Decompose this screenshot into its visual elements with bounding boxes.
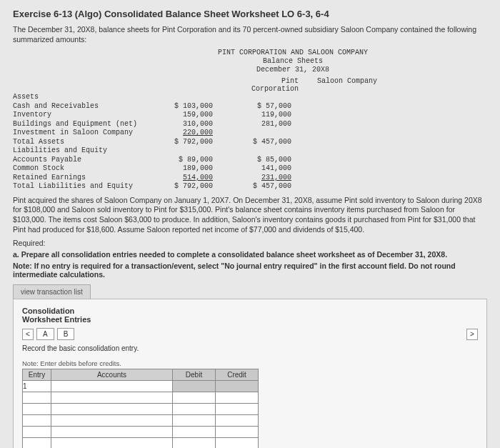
table-row [23, 415, 259, 427]
table-row [23, 427, 259, 438]
worksheet-panel: Consolidation Worksheet Entries < A B > … [13, 299, 487, 448]
col-debit: Debit [173, 369, 216, 381]
col-accounts: Accounts [51, 369, 173, 381]
balance-sheet-table: Assets Cash and Receivables$ 103,000$ 57… [13, 93, 487, 191]
exercise-title: Exercise 6-13 (Algo) Consolidated Balanc… [13, 9, 487, 19]
column-headers: Pint Corporation Saloon Company [99, 77, 487, 93]
col-entry: Entry [23, 369, 51, 381]
journal-entry-table: Entry Accounts Debit Credit 1 [22, 369, 259, 448]
view-transaction-list-tab[interactable]: view transaction list [13, 284, 91, 299]
scenario-paragraph: Pint acquired the shares of Saloon Compa… [13, 196, 487, 235]
note-text: Note: If no entry is required for a tran… [13, 262, 487, 279]
requirement-a: a. Prepare all consolidation entries nee… [13, 250, 487, 259]
worksheet-title: Consolidation Worksheet Entries [22, 307, 478, 324]
entry-cell[interactable]: 1 [23, 381, 51, 392]
next-entry-button[interactable]: > [466, 329, 478, 340]
tab-b[interactable]: B [57, 328, 75, 340]
record-instruction: Record the basic consolidation entry. [22, 344, 478, 352]
account-cell[interactable] [51, 381, 173, 392]
prev-entry-button[interactable]: < [22, 329, 34, 340]
table-row [23, 438, 259, 448]
credit-cell[interactable] [216, 381, 259, 392]
table-row: 1 [23, 381, 259, 392]
balance-sheet-heading: PINT CORPORATION AND SALOON COMPANY Bala… [99, 49, 487, 74]
tab-a[interactable]: A [36, 328, 54, 340]
table-row [23, 392, 259, 404]
debit-cell[interactable] [173, 381, 216, 392]
table-note: Note: Enter debits before credits. [22, 359, 478, 367]
intro-text: The December 31, 20X8, balance sheets fo… [13, 25, 487, 44]
table-row [23, 404, 259, 415]
required-label: Required: [13, 239, 487, 247]
col-credit: Credit [216, 369, 259, 381]
